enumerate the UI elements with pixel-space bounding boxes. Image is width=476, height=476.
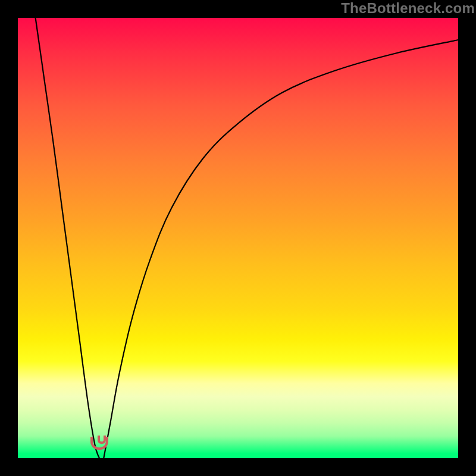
chart-frame xyxy=(18,18,458,458)
curve-left-branch xyxy=(36,18,99,458)
curve-right-branch xyxy=(104,40,458,458)
watermark-label: TheBottleneck.com xyxy=(341,0,475,17)
bottleneck-marker-notch xyxy=(98,436,106,444)
chart-curves xyxy=(18,18,458,458)
